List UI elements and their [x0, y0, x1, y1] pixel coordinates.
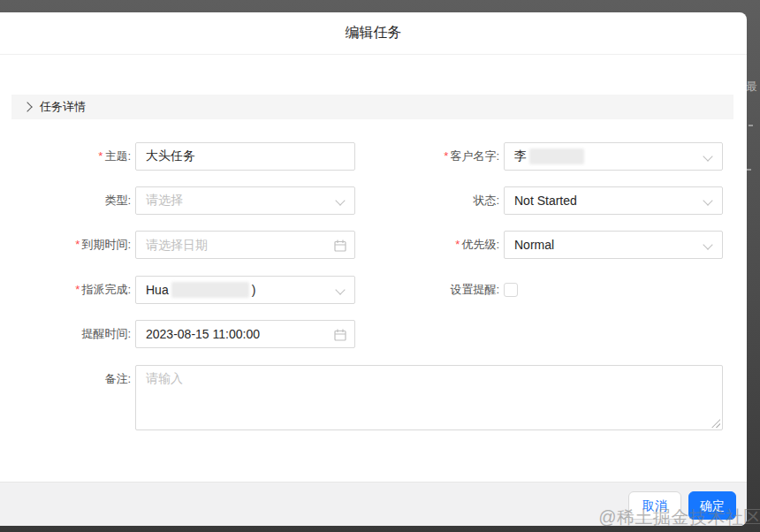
subject-input-wrap: [135, 142, 355, 171]
assignee-label: *指派完成:: [0, 276, 131, 304]
chevron-down-icon: [703, 239, 712, 249]
chevron-down-icon: [335, 285, 345, 294]
redacted-text: [171, 282, 249, 298]
assignee-select[interactable]: Hua ): [135, 276, 355, 304]
field-notes: 备注:: [0, 365, 723, 430]
modal-title: 编辑任务: [346, 24, 402, 42]
set-reminder-checkbox[interactable]: [504, 283, 518, 297]
required-marker: *: [98, 149, 103, 163]
background-partial-text: 最: [746, 80, 760, 94]
modal-header: 编辑任务: [0, 12, 747, 55]
notes-textarea-wrap: [135, 365, 723, 430]
status-label: 状态:: [371, 186, 499, 215]
type-select[interactable]: 请选择: [135, 186, 355, 215]
assignee-value-end: ): [252, 283, 256, 297]
status-value: Not Started: [514, 194, 577, 208]
type-label: 类型:: [0, 186, 131, 215]
field-due-date: *到期时间:: [0, 231, 355, 259]
section-task-details[interactable]: 任务详情: [11, 95, 733, 119]
type-placeholder: 请选择: [146, 193, 183, 209]
required-marker: *: [444, 149, 448, 163]
field-priority: *优先级: Normal: [371, 231, 723, 259]
modal-footer: 取消 确定: [0, 482, 747, 526]
required-marker: *: [75, 283, 80, 296]
priority-value: Normal: [514, 238, 554, 252]
reminder-time-label: 提醒时间:: [0, 320, 131, 348]
ok-button[interactable]: 确定: [688, 491, 736, 520]
cancel-button[interactable]: 取消: [628, 491, 681, 520]
edit-task-modal: 编辑任务 任务详情 *主题: *客户名字: 李 类型: 请选择 状态: Not …: [0, 12, 747, 526]
required-marker: *: [455, 238, 460, 251]
background-dash: [747, 169, 751, 171]
reminder-time-picker[interactable]: [135, 320, 355, 348]
field-assignee: *指派完成: Hua ): [0, 276, 355, 304]
due-date-picker[interactable]: [135, 231, 355, 259]
assignee-value-start: Hua: [146, 283, 169, 297]
field-type: 类型: 请选择: [0, 186, 355, 215]
field-status: 状态: Not Started: [371, 186, 723, 215]
customer-name-select[interactable]: 李: [504, 142, 723, 171]
background-dash: [749, 125, 753, 126]
reminder-time-input[interactable]: [146, 321, 345, 347]
field-set-reminder: 设置提醒:: [371, 276, 518, 304]
required-marker: *: [75, 238, 80, 251]
chevron-right-icon: [22, 102, 32, 111]
status-select[interactable]: Not Started: [504, 186, 723, 215]
section-title: 任务详情: [40, 99, 86, 115]
field-customer-name: *客户名字: 李: [371, 142, 723, 171]
redacted-text: [529, 148, 584, 164]
customer-name-label: *客户名字:: [371, 142, 499, 171]
priority-select[interactable]: Normal: [504, 231, 723, 259]
set-reminder-label: 设置提醒:: [371, 276, 499, 304]
chevron-down-icon: [335, 195, 345, 205]
notes-textarea[interactable]: [136, 366, 722, 429]
priority-label: *优先级:: [371, 231, 499, 259]
calendar-icon: [334, 239, 346, 252]
customer-name-value: 李: [514, 148, 527, 164]
field-reminder-time: 提醒时间:: [0, 320, 355, 348]
field-subject: *主题:: [0, 142, 355, 171]
subject-input[interactable]: [146, 143, 345, 170]
subject-label: *主题:: [0, 142, 131, 171]
chevron-down-icon: [703, 151, 712, 161]
notes-label: 备注:: [0, 365, 131, 393]
chevron-down-icon: [703, 195, 712, 205]
due-date-label: *到期时间:: [0, 231, 131, 259]
calendar-icon: [334, 329, 346, 341]
due-date-input[interactable]: [146, 232, 345, 258]
